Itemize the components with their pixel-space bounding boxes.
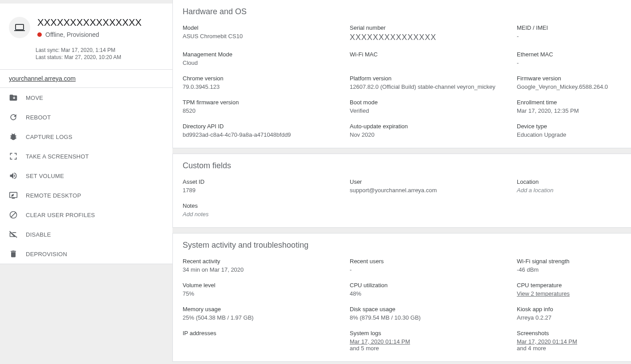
move-label: MOVE: [26, 95, 43, 101]
volume-label: Volume level: [183, 282, 350, 289]
cpu-temp-label: CPU temperature: [517, 282, 621, 289]
memory-label: Memory usage: [183, 306, 350, 313]
block-icon: [9, 210, 18, 219]
recent-activity-value: 34 min on Mar 17, 2020: [183, 266, 350, 273]
set-volume-button[interactable]: SET VOLUME: [0, 166, 172, 186]
cpu-temp-link[interactable]: View 2 temperatures: [517, 290, 570, 297]
screenshot-icon: [9, 152, 18, 161]
capture-logs-button[interactable]: CAPTURE LOGS: [0, 127, 172, 146]
deprovision-label: DEPROVISION: [26, 251, 67, 257]
recent-activity-label: Recent activity: [183, 258, 350, 265]
sidebar: XXXXXXXXXXXXXXXX Offline, Provisioned La…: [0, 0, 172, 364]
eth-mac-label: Ethernet MAC: [517, 51, 621, 58]
boot-label: Boot mode: [350, 99, 517, 106]
enroll-label: Enrollment time: [517, 99, 621, 106]
actions-list: MOVE REBOOT CAPTURE LOGS TAKE A SCREENSH…: [0, 87, 172, 264]
kiosk-label: Kiosk app info: [517, 306, 621, 313]
enroll-value: Mar 17, 2020, 12:35 PM: [517, 107, 621, 114]
capture-logs-label: CAPTURE LOGS: [26, 134, 72, 140]
screenshot-label: TAKE A SCREENSHOT: [26, 153, 89, 160]
syslogs-label: System logs: [350, 330, 517, 336]
clear-user-profiles-label: CLEAR USER PROFILES: [26, 212, 95, 218]
ip-label: IP addresses: [183, 330, 350, 336]
screenshots-label: Screenshots: [517, 330, 621, 336]
kiosk-value: Arreya 0.2.27: [517, 314, 621, 321]
user-label: User: [350, 178, 517, 185]
tpm-value: 8520: [183, 107, 350, 114]
notes-placeholder[interactable]: Add notes: [183, 211, 350, 218]
chrome-ver-label: Chrome version: [183, 75, 350, 82]
reboot-button[interactable]: REBOOT: [0, 107, 172, 127]
asset-id-label: Asset ID: [183, 178, 350, 185]
system-title: System activity and troubleshooting: [183, 241, 621, 250]
refresh-icon: [9, 113, 18, 122]
asset-id-value[interactable]: 1789: [183, 187, 350, 194]
status-indicator-icon: [37, 32, 42, 37]
last-sync: Last sync: Mar 17, 2020, 1:14 PM: [36, 47, 172, 53]
auto-upd-value: Nov 2020: [350, 131, 517, 138]
disable-button[interactable]: DISABLE: [0, 225, 172, 244]
memory-value: 25% (504.38 MB / 1.97 GB): [183, 314, 350, 321]
device-status: Offline, Provisioned: [45, 31, 99, 38]
dir-api-value: bd9923ad-c8a4-4c70-9a8a-a471048bfdd9: [183, 131, 350, 138]
screenshot-button[interactable]: TAKE A SCREENSHOT: [0, 146, 172, 166]
remote-desktop-label: REMOTE DESKTOP: [26, 192, 81, 199]
recent-users-label: Recent users: [350, 258, 517, 265]
wifi-signal-value: -46 dBm: [517, 266, 621, 273]
screenshots-link[interactable]: Mar 17, 2020 01:14 PM: [517, 338, 577, 345]
serial-value: XXXXXXXXXXXXXXX: [350, 33, 517, 42]
set-volume-label: SET VOLUME: [26, 173, 64, 179]
user-value[interactable]: support@yourchannel.arreya.com: [350, 187, 517, 194]
laptop-icon: [9, 17, 30, 38]
volume-value: 75%: [183, 290, 350, 297]
meid-value: -: [517, 33, 621, 40]
remote-desktop-icon: [9, 191, 18, 200]
syslogs-more: and 5 more: [350, 345, 517, 352]
chrome-ver-value: 79.0.3945.123: [183, 83, 350, 90]
platform-ver-value: 12607.82.0 (Official Build) stable-chann…: [350, 83, 517, 90]
model-label: Model: [183, 24, 350, 31]
device-type-value: Education Upgrade: [517, 131, 621, 138]
disk-label: Disk space usage: [350, 306, 517, 313]
boot-value: Verified: [350, 107, 517, 114]
disable-label: DISABLE: [26, 231, 51, 238]
location-placeholder[interactable]: Add a location: [517, 187, 621, 194]
system-panel: System activity and troubleshooting Rece…: [172, 233, 631, 362]
syslogs-link[interactable]: Mar 17, 2020 01:14 PM: [350, 338, 410, 345]
remote-desktop-button[interactable]: REMOTE DESKTOP: [0, 186, 172, 205]
model-value: ASUS Chromebit CS10: [183, 33, 350, 40]
auto-upd-label: Auto-update expiration: [350, 123, 517, 130]
notes-label: Notes: [183, 202, 350, 209]
bug-icon: [9, 132, 18, 141]
eth-mac-value: -: [517, 59, 621, 66]
screenshots-more: and 4 more: [517, 345, 621, 352]
deprovision-button[interactable]: DEPROVISION: [0, 244, 172, 264]
last-status: Last status: Mar 27, 2020, 10:20 AM: [36, 54, 172, 60]
location-label: Location: [517, 178, 621, 185]
disk-value: 8% (879.54 MB / 10.30 GB): [350, 314, 517, 321]
mgmt-mode-label: Management Mode: [183, 51, 350, 58]
volume-icon: [9, 171, 18, 180]
hardware-panel: Hardware and OS Model ASUS Chromebit CS1…: [172, 0, 631, 148]
cpu-util-label: CPU utilization: [350, 282, 517, 289]
main-content: Hardware and OS Model ASUS Chromebit CS1…: [172, 0, 631, 364]
move-button[interactable]: MOVE: [0, 88, 172, 107]
serial-label: Serial number: [350, 24, 517, 31]
dir-api-label: Directory API ID: [183, 123, 350, 130]
firmware-ver-label: Firmware version: [517, 75, 621, 82]
channel-link[interactable]: yourchannel.arreya.com: [9, 75, 76, 82]
device-type-label: Device type: [517, 123, 621, 130]
firmware-ver-value: Google_Veyron_Mickey.6588.264.0: [517, 83, 621, 90]
cpu-util-value: 48%: [350, 290, 517, 297]
recent-users-value: -: [350, 266, 517, 273]
reboot-label: REBOOT: [26, 114, 51, 121]
wifi-mac-label: Wi-Fi MAC: [350, 51, 517, 58]
custom-fields-panel: Custom fields Asset ID 1789 User support…: [172, 154, 631, 228]
clear-user-profiles-button[interactable]: CLEAR USER PROFILES: [0, 205, 172, 225]
meid-label: MEID / IMEI: [517, 24, 621, 31]
device-name: XXXXXXXXXXXXXXXX: [37, 17, 142, 28]
platform-ver-label: Platform version: [350, 75, 517, 82]
disable-icon: [9, 230, 18, 239]
mgmt-mode-value: Cloud: [183, 59, 350, 66]
folder-move-icon: [9, 93, 18, 102]
